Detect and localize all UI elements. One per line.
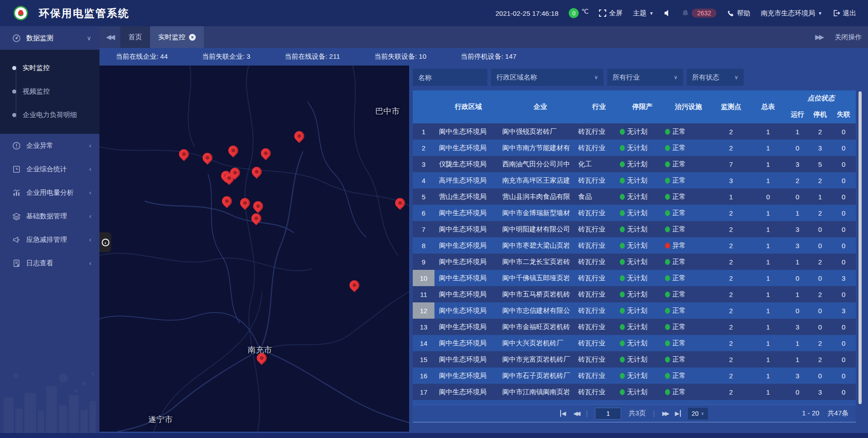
table-row[interactable]: 17 阆中生态环境局 阆中市江南镇阆南页岩 砖瓦行业 无计划 正常 2 1 0 … (413, 384, 856, 400)
name-search-input[interactable] (413, 69, 487, 86)
cell-running: 1 (786, 335, 809, 351)
cell-stopped: 0 (809, 302, 831, 319)
table-row[interactable]: 11 阆中生态环境局 阆中市五马桥页岩机砖 砖瓦行业 无计划 正常 2 1 1 … (413, 286, 856, 302)
gauge-icon (12, 34, 21, 42)
sidebar-group-5[interactable]: 应急减排管理‹ (0, 228, 99, 251)
table-row[interactable]: 14 阆中生态环境局 阆中大兴页岩机砖厂 砖瓦行业 无计划 正常 2 1 1 2… (413, 335, 856, 351)
cell-running: 0 (786, 270, 809, 286)
tab-首页[interactable]: 首页 (120, 26, 150, 48)
table-row[interactable]: 2 阆中生态环境局 阆中市南方节能建材有 砖瓦行业 无计划 正常 2 1 0 3… (413, 140, 856, 156)
logout-button[interactable]: 退出 (833, 9, 856, 18)
tab-label: 首页 (128, 33, 142, 42)
cell-disconnected: 0 (831, 188, 856, 205)
cell-monitor-points: 1 (712, 188, 750, 205)
table-row[interactable]: 1 阆中生态环境局 阆中强锐页岩砖厂 砖瓦行业 无计划 正常 2 1 1 2 0 (413, 123, 856, 140)
sound-mute-button[interactable] (664, 9, 671, 17)
table-row[interactable]: 5 营山生态环境局 营山县润丰肉食品有限 食品 无计划 正常 1 0 0 1 0 (413, 188, 856, 205)
table-row[interactable]: 3 仪陇生态环境局 西南油气田分公司川中 化工 无计划 正常 7 1 3 5 0 (413, 156, 856, 172)
status-select[interactable]: 所有状态∨ (687, 69, 744, 86)
page-size-select[interactable]: 20∨ (688, 408, 708, 419)
cell-running: 1 (786, 254, 809, 270)
status-dot-icon (665, 210, 670, 216)
table-row[interactable]: 12 阆中生态环境局 阆中市忠信建材有限公 砖瓦行业 无计划 正常 2 1 0 … (413, 302, 856, 319)
cell-monitor-points: 7 (712, 156, 750, 172)
sidebar-group-2[interactable]: 企业综合统计‹ (0, 157, 99, 181)
datetime: 2021-02-25 17:46:18 (495, 9, 558, 17)
table-row[interactable]: 13 阆中生态环境局 阆中市金福旺页岩机砖 砖瓦行业 无计划 正常 2 1 3 … (413, 319, 856, 335)
sidebar-group-1[interactable]: 企业异常‹ (0, 134, 99, 157)
notification-button[interactable]: 2632 (682, 9, 717, 18)
last-page-button[interactable]: ▶ (675, 410, 681, 417)
cell-facility-status: 正常 (665, 254, 712, 270)
table-row[interactable]: 15 阆中生态环境局 阆中市光富页岩机砖厂 砖瓦行业 无计划 正常 2 1 1 … (413, 351, 856, 367)
tab-close-icon[interactable]: × (189, 34, 196, 41)
sidebar-group-0[interactable]: 数据监测∨ (0, 26, 99, 50)
table-row[interactable]: 8 阆中生态环境局 阆中市枣碧大梁山页岩 砖瓦行业 无计划 异常 2 1 3 0… (413, 237, 856, 254)
cell-stopped: 0 (809, 367, 831, 384)
tab-list: 首页实时监控× (120, 26, 204, 48)
row-index: 16 (413, 367, 434, 384)
table-row[interactable]: 9 阆中生态环境局 阆中市二龙长宝页岩砖 砖瓦行业 无计划 正常 2 1 1 2… (413, 254, 856, 270)
cell-running: 0 (786, 188, 809, 205)
help-button[interactable]: 帮助 (727, 9, 750, 18)
status-dot-icon (665, 340, 670, 346)
table-row[interactable]: 18 南部生态环境局 南部县利华山沙有限公 建材行业 无计划 正常 2 1 0 … (413, 400, 856, 405)
next-page-button[interactable]: ▶▶ (662, 410, 668, 417)
col-total: 总表 (750, 90, 786, 123)
phone-icon (727, 9, 734, 17)
cell-facility-status: 正常 (665, 172, 712, 188)
bell-icon (682, 9, 689, 17)
col-point-status: 点位状态 (786, 90, 856, 106)
cell-facility-status: 异常 (665, 237, 712, 254)
status-dot-icon (620, 210, 625, 216)
map-roads (99, 66, 409, 432)
pager-divider: | (653, 410, 655, 418)
cell-company: 阆中市金博瑞新型墙材 (502, 205, 578, 221)
org-menu[interactable]: 南充市生态环境局▼ (761, 9, 822, 18)
sidebar-group-3[interactable]: 企业用电量分析‹ (0, 181, 99, 204)
cell-region: 阆中生态环境局 (434, 302, 502, 319)
sidebar-group-label: 数据监测 (26, 34, 87, 42)
page-number-input[interactable] (595, 408, 621, 419)
map[interactable]: 巴中市南充市遂宁市 ‹ (99, 66, 409, 432)
table-row[interactable]: 7 阆中生态环境局 阆中明阳建材有限公司 砖瓦行业 无计划 正常 2 1 3 0… (413, 221, 856, 237)
cell-facility-status: 正常 (665, 400, 712, 405)
prev-page-button[interactable]: ◀◀ (573, 410, 579, 417)
footer-strip (0, 433, 868, 438)
cell-production-limit: 无计划 (620, 335, 665, 351)
table-scrollbar[interactable] (859, 91, 862, 404)
cell-monitor-points: 2 (712, 140, 750, 156)
region-select[interactable]: 行政区域名称∨ (491, 69, 604, 86)
col-facility: 治污设施 (665, 90, 712, 123)
close-operations-button[interactable]: 关闭操作 (835, 33, 862, 42)
sidebar-item[interactable]: 企业电力负荷明细 (0, 103, 99, 127)
sidebar-item[interactable]: 视频监控 (0, 80, 99, 103)
fullscreen-button[interactable]: 全屏 (599, 9, 623, 18)
tab-实时监控[interactable]: 实时监控× (150, 26, 204, 48)
table-row[interactable]: 6 阆中生态环境局 阆中市金博瑞新型墙材 砖瓦行业 无计划 正常 2 1 1 2… (413, 205, 856, 221)
cell-industry: 砖瓦行业 (578, 172, 620, 188)
cell-industry: 食品 (578, 188, 620, 205)
cell-production-limit: 无计划 (620, 254, 665, 270)
first-page-button[interactable]: ◀ (560, 410, 566, 417)
cell-industry: 建材行业 (578, 400, 620, 405)
cell-monitor-points: 3 (712, 172, 750, 188)
table-row[interactable]: 16 阆中生态环境局 阆中市石子页岩机砖厂 砖瓦行业 无计划 正常 2 1 3 … (413, 367, 856, 384)
sidebar: 数据监测∨实时监控视频监控企业电力负荷明细企业异常‹企业综合统计‹企业用电量分析… (0, 26, 99, 438)
industry-select[interactable]: 所有行业∨ (607, 69, 683, 86)
table-row[interactable]: 4 高坪生态环境局 南充市高坪区王家店建 砖瓦行业 无计划 正常 3 1 2 2… (413, 172, 856, 188)
sidebar-group-6[interactable]: 日志查看‹ (0, 251, 99, 275)
sidebar-item[interactable]: 实时监控 (0, 56, 99, 80)
temperature-badge: 0 (569, 8, 579, 18)
tabs-scroll-left-button[interactable]: ◀◀ (99, 26, 120, 48)
top-header: 环保用电监管系统 2021-02-25 17:46:18 0 ℃ 全屏 主题▼ … (0, 0, 868, 26)
cell-facility-status: 正常 (665, 188, 712, 205)
cell-industry: 砖瓦行业 (578, 270, 620, 286)
tabs-scroll-right-button[interactable]: ▶▶ (815, 33, 823, 41)
table-row[interactable]: 10 阆中生态环境局 阆中千佛镇五郎垭页岩 砖瓦行业 无计划 正常 2 1 0 … (413, 270, 856, 286)
status-dot-icon (620, 324, 625, 330)
sidebar-group-4[interactable]: 基础数据管理‹ (0, 204, 99, 228)
map-collapse-handle[interactable]: ‹ (99, 232, 111, 252)
sidebar-group-label: 应急减排管理 (26, 235, 89, 244)
theme-button[interactable]: 主题▼ (633, 9, 654, 18)
